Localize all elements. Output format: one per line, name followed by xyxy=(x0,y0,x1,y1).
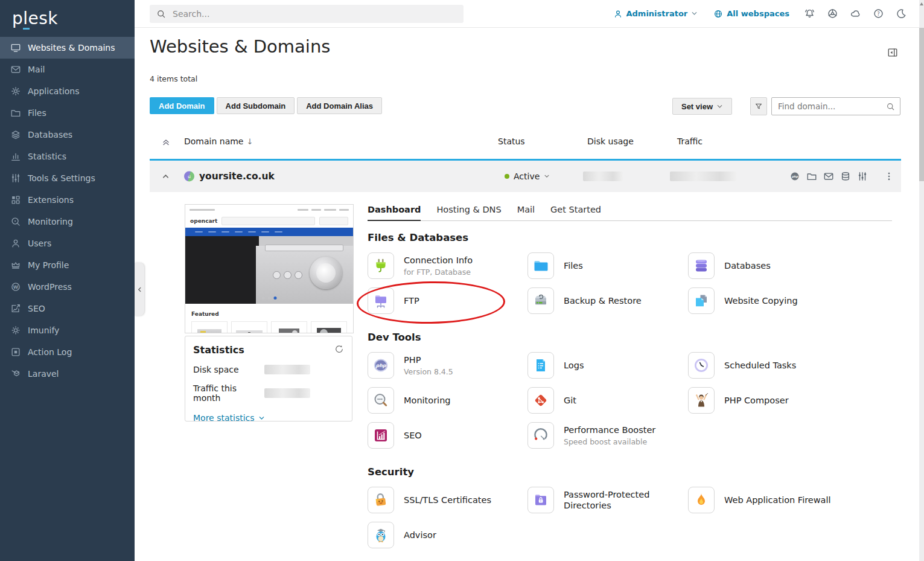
tool-label: Connection Info xyxy=(404,255,473,266)
add-domain-alias-button[interactable]: Add Domain Alias xyxy=(297,97,382,114)
sidebar-item-databases[interactable]: Databases xyxy=(0,124,135,146)
sidebar-item-my-profile[interactable]: My Profile xyxy=(0,254,135,276)
tool-scheduled-tasks[interactable]: Scheduled Tasks xyxy=(688,351,892,379)
more-statistics-link[interactable]: More statistics xyxy=(193,413,344,423)
sidebar-item-extensions[interactable]: Extensions xyxy=(0,189,135,211)
tool-connection-info[interactable]: Connection Infofor FTP, Database xyxy=(368,252,527,280)
tool-backup-restore[interactable]: Backup & Restore xyxy=(527,287,688,315)
status-dropdown[interactable]: Active xyxy=(505,172,550,181)
sidebar-item-label: Websites & Domains xyxy=(28,43,115,53)
sidebar-item-seo[interactable]: SEO xyxy=(0,298,135,319)
monitoring-tool-icon xyxy=(368,387,394,414)
folder-icon xyxy=(10,107,21,118)
php-badge-icon[interactable]: php xyxy=(789,171,800,182)
folder-outline-icon[interactable] xyxy=(806,171,817,182)
tool-password-protected-directories[interactable]: Password-Protected Directories xyxy=(527,486,688,514)
sidebar-item-files[interactable]: Files xyxy=(0,102,135,124)
sliders-outline-icon[interactable] xyxy=(857,171,868,182)
column-header-domain-name[interactable]: Domain name↓ xyxy=(184,136,253,146)
search-input[interactable] xyxy=(171,8,457,19)
plesk-logo[interactable]: plesk xyxy=(0,0,135,36)
sidebar-item-laravel[interactable]: Laravel xyxy=(0,363,135,385)
chevron-up-icon[interactable] xyxy=(162,173,170,181)
sidebar-item-imunify[interactable]: Imunify xyxy=(0,319,135,341)
add-subdomain-button[interactable]: Add Subdomain xyxy=(217,97,295,114)
thumb-nav-bar xyxy=(185,228,353,236)
set-view-button[interactable]: Set view xyxy=(672,98,732,115)
sidebar-collapse-handle[interactable] xyxy=(135,263,144,316)
tool-label: Performance Booster xyxy=(564,425,655,435)
tool-logs[interactable]: Logs xyxy=(527,351,688,379)
topbar: Administrator All webspaces ? xyxy=(135,0,924,28)
collapse-all-icon[interactable] xyxy=(162,138,170,146)
sidebar-item-statistics[interactable]: Statistics xyxy=(0,146,135,167)
cloud-icon[interactable] xyxy=(850,8,861,19)
tool-advisor[interactable]: Advisor xyxy=(368,521,527,549)
mail-outline-icon[interactable] xyxy=(823,171,834,182)
refresh-icon[interactable] xyxy=(334,344,344,354)
tab-get-started[interactable]: Get Started xyxy=(550,205,601,220)
section-title-files-databases: Files & Databases xyxy=(368,232,892,243)
sidebar-item-wordpress[interactable]: WWordPress xyxy=(0,276,135,298)
tool-label: PHP Composer xyxy=(724,395,789,406)
tool-label: FTP xyxy=(404,295,419,306)
tab-mail[interactable]: Mail xyxy=(517,205,535,220)
tool-ftp[interactable]: FTP xyxy=(368,287,527,315)
bell-icon[interactable] xyxy=(804,8,815,19)
moon-icon[interactable] xyxy=(896,8,907,19)
statistics-card: Statistics Disk spaceTraffic this month … xyxy=(185,336,352,422)
ball-icon[interactable] xyxy=(827,8,838,19)
sidebar-item-websites-domains[interactable]: Websites & Domains xyxy=(0,37,135,59)
vertical-scrollbar[interactable] xyxy=(919,0,924,561)
tool-php[interactable]: phpPHPVersion 8.4.5 xyxy=(368,351,527,379)
list-controls: Set view xyxy=(672,97,900,115)
filter-button[interactable] xyxy=(750,97,767,115)
sidebar-item-action-log[interactable]: Action Log xyxy=(0,341,135,363)
kebab-menu-icon[interactable] xyxy=(885,171,893,182)
sidebar-item-users[interactable]: Users xyxy=(0,232,135,254)
webspaces-selector[interactable]: All webspaces xyxy=(713,9,789,19)
tool-website-copying[interactable]: Website Copying xyxy=(688,287,892,315)
tool-monitoring[interactable]: Monitoring xyxy=(368,386,527,414)
section-title-dev-tools: Dev Tools xyxy=(368,332,892,343)
tool-files[interactable]: Files xyxy=(527,252,688,280)
user-menu[interactable]: Administrator xyxy=(613,9,698,19)
panel-collapse-icon[interactable] xyxy=(887,47,898,58)
tool-php-composer[interactable]: PHP Composer xyxy=(688,386,892,414)
user-label: Administrator xyxy=(626,9,688,18)
sidebar-item-monitoring[interactable]: Monitoring xyxy=(0,211,135,232)
tool-ssl-tls-certificates[interactable]: SSL/TLS Certificates xyxy=(368,486,527,514)
tool-label: Logs xyxy=(564,360,584,371)
scroll-up-arrow[interactable] xyxy=(920,2,923,5)
tool-label: Website Copying xyxy=(724,295,798,306)
add-domain-button[interactable]: Add Domain xyxy=(150,97,214,114)
sidebar-item-tools-settings[interactable]: Tools & Settings xyxy=(0,167,135,189)
chevron-down-icon xyxy=(544,173,550,179)
stat-row: Traffic this month xyxy=(193,383,344,403)
tool-performance-booster[interactable]: Performance BoosterSpeed boost available xyxy=(527,422,688,449)
scrollbar-thumb[interactable] xyxy=(919,28,924,181)
tool-web-application-firewall[interactable]: Web Application Firewall xyxy=(688,486,892,514)
monitoring-icon xyxy=(10,216,21,227)
performance-icon xyxy=(527,422,554,449)
sidebar-item-applications[interactable]: Applications xyxy=(0,80,135,102)
plesk-app: plesk Websites & DomainsMailApplications… xyxy=(0,0,924,561)
monitor-icon xyxy=(10,42,21,53)
database-outline-icon[interactable] xyxy=(840,171,851,182)
domain-quick-actions: php xyxy=(789,171,893,182)
sidebar-item-label: Laravel xyxy=(28,369,59,379)
column-header-disk-usage: Disk usage xyxy=(587,136,634,146)
help-icon[interactable]: ? xyxy=(873,8,884,19)
tab-hosting-dns[interactable]: Hosting & DNS xyxy=(436,205,501,220)
find-domain-input[interactable] xyxy=(777,101,882,112)
tool-git[interactable]: Git xyxy=(527,386,688,414)
tool-databases[interactable]: Databases xyxy=(688,252,892,280)
tool-seo[interactable]: SEO xyxy=(368,422,527,449)
connection-info-icon xyxy=(368,252,394,279)
tool-label: Monitoring xyxy=(404,395,451,406)
plesk-logo-text: plesk xyxy=(12,8,58,28)
sidebar-item-mail[interactable]: Mail xyxy=(0,59,135,80)
seo-tool-icon xyxy=(368,422,394,449)
tab-dashboard[interactable]: Dashboard xyxy=(368,205,421,221)
site-preview-thumbnail[interactable]: opencart Featured xyxy=(185,204,354,333)
